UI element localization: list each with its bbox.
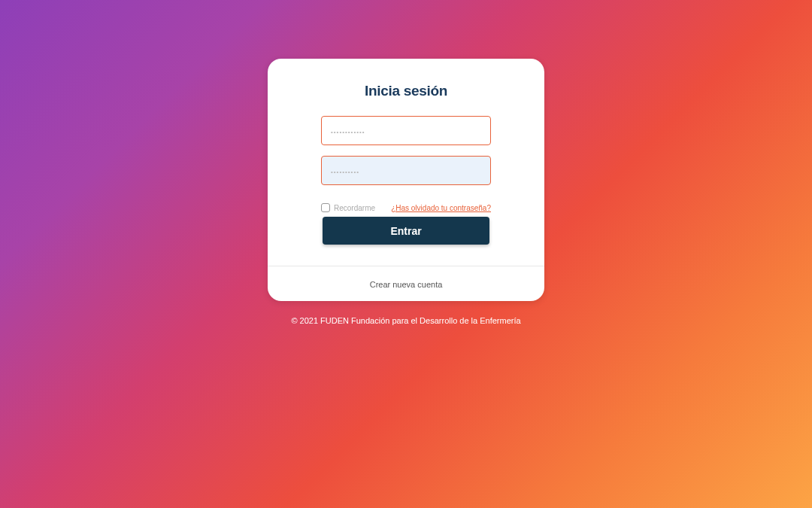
remember-me-label: Recordarme [334, 204, 375, 212]
remember-me-checkbox[interactable] [321, 203, 330, 212]
login-card-body: Inicia sesión Recordarme ¿Has olvidado t… [268, 59, 544, 266]
login-card-footer: Crear nueva cuenta [268, 266, 544, 301]
create-account-link[interactable]: Crear nueva cuenta [370, 280, 443, 289]
forgot-password-link[interactable]: ¿Has olvidado tu contraseña? [391, 204, 491, 212]
username-input[interactable] [321, 116, 491, 145]
login-card: Inicia sesión Recordarme ¿Has olvidado t… [268, 59, 544, 301]
login-submit-button[interactable]: Entrar [323, 217, 489, 245]
login-options-row: Recordarme ¿Has olvidado tu contraseña? [321, 203, 491, 212]
copyright-text: © 2021 FUDEN Fundación para el Desarroll… [291, 316, 520, 325]
login-title: Inicia sesión [365, 83, 447, 99]
password-input[interactable] [321, 156, 491, 185]
remember-me-wrap: Recordarme [321, 203, 375, 212]
